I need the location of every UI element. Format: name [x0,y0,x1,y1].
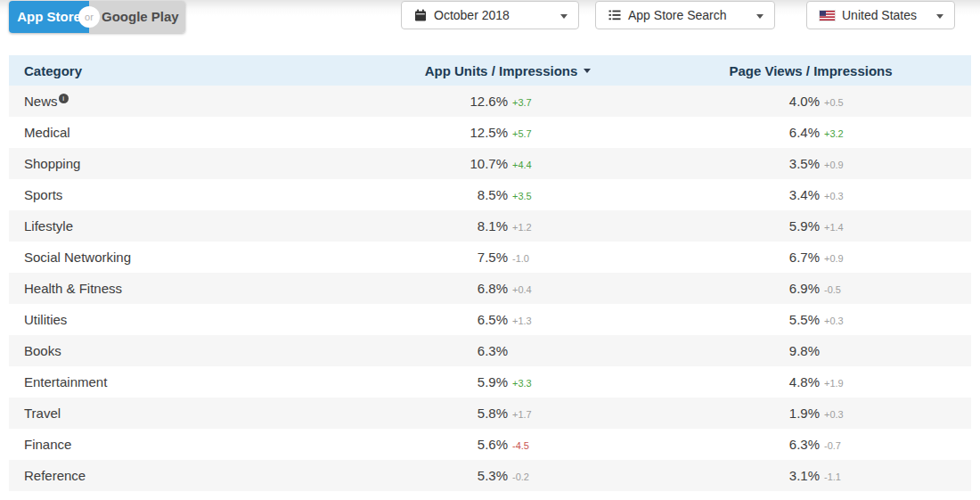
source-value: App Store Search [628,8,727,22]
app-units-value: 5.3% [401,468,508,483]
app-units-cell: 5.6% -4.5 [401,437,615,452]
page-views-delta: -0.7 [824,440,841,451]
app-units-delta: +1.7 [512,409,532,420]
category-cell: Health & Fitness [9,281,401,296]
app-units-cell: 5.9% +3.3 [401,374,615,389]
page-views-delta: +1.9 [824,378,844,389]
column-header-app-units-label: App Units / Impressions [425,63,578,78]
app-units-value: 5.6% [401,437,508,452]
page-views-delta: -0.5 [824,284,841,295]
category-label: Travel [24,406,61,421]
app-units-value: 10.7% [401,156,508,171]
page-views-value: 9.8% [615,343,820,358]
page-views-value: 4.0% [615,94,820,109]
app-units-cell: 5.8% +1.7 [401,406,615,421]
app-units-delta: -0.2 [512,471,529,482]
page-views-cell: 3.5% +0.9 [615,156,971,171]
list-icon [608,10,621,20]
period-value: October 2018 [434,8,510,22]
category-cell: Travel [9,406,401,421]
table-row: Shopping 10.7% +4.4 3.5% +0.9 [9,148,971,179]
app-units-cell: 8.1% +1.2 [401,218,615,234]
category-cell: Reference [9,468,401,483]
country-value: United States [842,8,917,22]
category-label: Medical [24,125,70,140]
page-views-value: 3.5% [615,156,820,171]
table-row: Health & Fitness 6.8% +0.4 6.9% -0.5 [9,273,971,304]
table-header-row: Category App Units / Impressions Page Vi… [9,55,971,86]
info-icon[interactable] [59,94,69,103]
category-cell: Social Networking [9,250,401,265]
app-units-value: 6.8% [401,281,508,296]
topbar: App Store Google Play or October 2018 [0,0,980,36]
app-units-delta: -4.5 [512,440,529,451]
page-views-value: 3.4% [615,187,820,202]
app-units-delta: +5.7 [512,128,532,139]
page-views-delta: +0.3 [824,409,844,420]
google-play-toggle[interactable]: Google Play [89,1,185,33]
category-cell: News [9,94,401,109]
page-views-cell: 4.8% +1.9 [615,374,971,389]
column-header-category: Category [9,63,401,78]
page-views-cell: 6.3% -0.7 [615,437,971,452]
calendar-icon [414,9,427,21]
chevron-down-icon [756,14,764,19]
column-header-app-units[interactable]: App Units / Impressions [401,63,615,78]
category-label: Entertainment [24,374,107,389]
app-store-toggle[interactable]: App Store [9,1,89,33]
page-views-delta: -1.1 [824,471,841,482]
category-label: News [24,94,58,109]
store-toggle: App Store Google Play or [9,1,185,33]
app-units-value: 5.8% [401,406,508,421]
category-label: Books [24,343,61,358]
app-units-delta: +3.5 [512,191,532,201]
category-label: Finance [24,437,71,452]
chevron-down-icon [936,14,943,19]
period-dropdown[interactable]: October 2018 [401,1,579,29]
table-row: Reference 5.3% -0.2 3.1% -1.1 [9,460,971,491]
category-cell: Sports [9,187,401,202]
column-header-page-views[interactable]: Page Views / Impressions [615,63,971,78]
app-units-value: 6.3% [401,343,508,358]
table-row: Lifestyle 8.1% +1.2 5.9% +1.4 [9,210,971,242]
page-views-delta: +0.3 [824,191,844,201]
or-badge: or [78,6,100,28]
country-dropdown[interactable]: United States [806,1,955,29]
app-units-cell: 6.8% +0.4 [401,281,615,296]
category-cell: Finance [9,437,401,452]
app-units-delta: +3.7 [512,97,532,108]
app-units-value: 8.1% [401,218,508,234]
page-views-value: 6.3% [615,437,820,452]
category-label: Utilities [24,312,67,327]
category-cell: Shopping [9,156,401,171]
page-views-cell: 6.4% +3.2 [615,125,971,140]
category-cell: Utilities [9,312,401,327]
app-units-cell: 6.3% [401,343,615,358]
app-units-cell: 10.7% +4.4 [401,156,615,171]
app-units-cell: 12.6% +3.7 [401,94,615,109]
app-units-cell: 12.5% +5.7 [401,125,615,140]
category-table: Category App Units / Impressions Page Vi… [9,55,971,491]
app-units-value: 7.5% [401,250,508,265]
sort-desc-icon [584,69,591,73]
app-units-cell: 5.3% -0.2 [401,468,615,483]
table-row: Finance 5.6% -4.5 6.3% -0.7 [9,429,971,460]
category-label: Lifestyle [24,218,73,234]
page-views-cell: 5.5% +0.3 [615,312,971,327]
category-label: Reference [24,468,86,483]
category-cell: Medical [9,125,401,140]
page-views-cell: 3.4% +0.3 [615,187,971,202]
app-units-value: 12.5% [401,125,508,140]
app-units-value: 6.5% [401,312,508,327]
page-views-delta: +0.9 [824,160,844,170]
page-views-cell: 1.9% +0.3 [615,406,971,421]
category-cell: Entertainment [9,374,401,389]
table-row: Travel 5.8% +1.7 1.9% +0.3 [9,398,971,429]
chevron-down-icon [560,14,568,19]
source-dropdown[interactable]: App Store Search [595,1,775,29]
page-views-value: 6.9% [615,281,820,296]
table-body: News 12.6% +3.7 4.0% +0.5 Medical 12.5% … [9,86,971,491]
page-views-delta: +0.5 [824,97,844,108]
app-units-delta: +1.2 [512,222,532,233]
page: App Store Google Play or October 2018 [0,0,980,500]
